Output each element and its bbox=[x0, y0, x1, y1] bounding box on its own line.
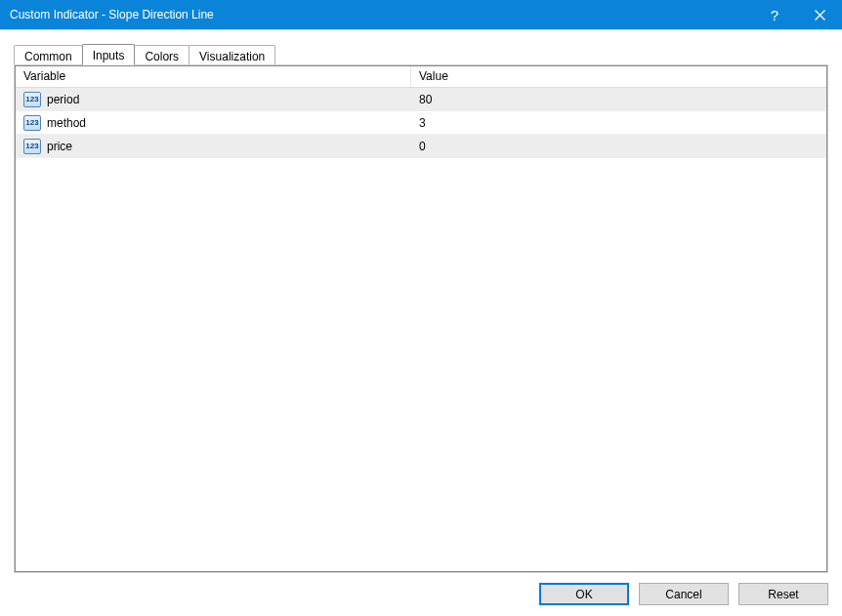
header-value[interactable]: Value bbox=[411, 66, 826, 87]
table-row[interactable]: 123 price 0 bbox=[16, 135, 826, 158]
ok-button-label: OK bbox=[575, 588, 592, 601]
tab-panel-inputs: Variable Value 123 period 80 123 m bbox=[14, 64, 828, 573]
tab-common-label: Common bbox=[24, 50, 72, 63]
inputs-grid: Variable Value 123 period 80 123 m bbox=[15, 65, 827, 572]
table-row[interactable]: 123 method 3 bbox=[16, 111, 826, 135]
integer-icon: 123 bbox=[23, 115, 41, 131]
cancel-button-label: Cancel bbox=[665, 588, 701, 601]
variable-name: price bbox=[47, 140, 72, 153]
titlebar: Custom Indicator - Slope Direction Line … bbox=[0, 0, 842, 29]
value-cell[interactable]: 80 bbox=[411, 88, 826, 110]
value-text: 80 bbox=[419, 93, 432, 106]
tab-common[interactable]: Common bbox=[14, 45, 83, 64]
variable-cell: 123 price bbox=[16, 135, 411, 157]
dialog-client: Common Inputs Colors Visualization Varia… bbox=[0, 29, 842, 616]
ok-button[interactable]: OK bbox=[539, 583, 629, 605]
integer-icon: 123 bbox=[23, 92, 41, 107]
tab-visualization[interactable]: Visualization bbox=[189, 45, 275, 64]
tab-inputs-label: Inputs bbox=[93, 49, 125, 62]
integer-icon: 123 bbox=[23, 139, 41, 154]
variable-cell: 123 method bbox=[16, 111, 411, 134]
value-text: 0 bbox=[419, 140, 426, 153]
close-icon bbox=[815, 10, 825, 21]
value-cell[interactable]: 0 bbox=[411, 135, 826, 157]
help-button[interactable]: ? bbox=[752, 0, 797, 29]
table-row[interactable]: 123 period 80 bbox=[16, 88, 826, 111]
variable-name: period bbox=[47, 93, 79, 106]
cancel-button[interactable]: Cancel bbox=[639, 583, 729, 605]
tab-colors-label: Colors bbox=[145, 50, 179, 63]
tab-strip: Common Inputs Colors Visualization bbox=[14, 44, 828, 65]
tab-visualization-label: Visualization bbox=[199, 50, 265, 63]
variable-cell: 123 period bbox=[16, 88, 411, 110]
window-title: Custom Indicator - Slope Direction Line bbox=[10, 8, 752, 21]
close-button[interactable] bbox=[797, 0, 842, 29]
value-text: 3 bbox=[419, 116, 426, 130]
tab-colors[interactable]: Colors bbox=[134, 45, 189, 64]
grid-body: 123 period 80 123 method 3 bbox=[16, 88, 826, 571]
reset-button[interactable]: Reset bbox=[738, 583, 828, 605]
header-variable[interactable]: Variable bbox=[16, 66, 411, 87]
value-cell[interactable]: 3 bbox=[411, 111, 826, 134]
grid-header: Variable Value bbox=[16, 66, 826, 88]
reset-button-label: Reset bbox=[768, 588, 798, 601]
tab-inputs[interactable]: Inputs bbox=[82, 44, 136, 65]
dialog-button-row: OK Cancel Reset bbox=[14, 573, 828, 606]
variable-name: method bbox=[47, 116, 86, 130]
